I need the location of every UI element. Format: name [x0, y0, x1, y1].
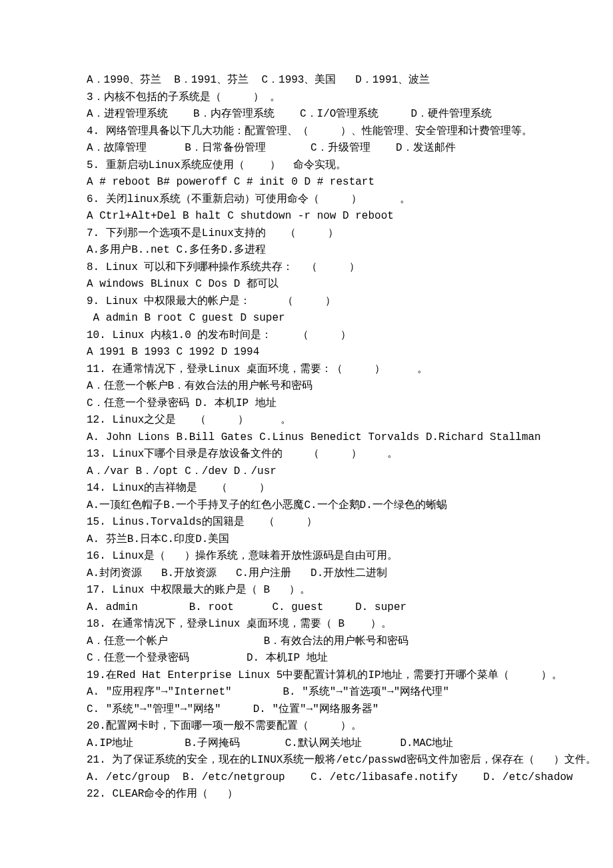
text-line: 9. Linux 中权限最大的帐户是： （ ） — [87, 293, 526, 311]
text-line: A．故障管理 B．日常备份管理 C．升级管理 D．发送邮件 — [87, 140, 526, 157]
text-line: A admin B root C guest D super — [87, 310, 526, 327]
text-line: C．任意一个登录密码 D. 本机IP 地址 — [87, 650, 526, 667]
text-line: A. John Lions B.Bill Gates C.Linus Bened… — [87, 429, 526, 447]
text-line: 21. 为了保证系统的安全，现在的LINUX系统一般将/etc/passwd密码… — [87, 752, 526, 769]
text-line: 3．内核不包括的子系统是（ ） 。 — [87, 89, 526, 107]
text-line: A．任意一个帐户B．有效合法的用户帐号和密码 — [87, 378, 526, 395]
document-body: A．1990、芬兰 B．1991、芬兰 C．1993、美国 D．1991、波兰3… — [87, 72, 526, 803]
text-line: 12. Linux之父是 （ ） 。 — [87, 412, 526, 429]
text-line: A．1990、芬兰 B．1991、芬兰 C．1993、美国 D．1991、波兰 — [87, 72, 526, 89]
text-line: 17. Linux 中权限最大的账户是（ B ）。 — [87, 582, 526, 599]
text-line: 10. Linux 内核1.0 的发布时间是： （ ） — [87, 327, 526, 345]
text-line: A. "应用程序"→"Internet" B. "系统"→"首选项"→"网络代理… — [87, 684, 526, 701]
text-line: A # reboot B# poweroff C # init 0 D # re… — [87, 174, 526, 191]
text-line: A.IP地址 B.子网掩码 C.默认网关地址 D.MAC地址 — [87, 735, 526, 753]
text-line: 5. 重新启动Linux系统应使用（ ） 命令实现。 — [87, 157, 526, 175]
text-line: C. "系统"→"管理"→"网络" D. "位置"→"网络服务器" — [87, 701, 526, 719]
text-line: 19.在Red Hat Enterprise Linux 5中要配置计算机的IP… — [87, 667, 526, 685]
text-line: 16. Linux是（ ）操作系统，意味着开放性源码是自由可用。 — [87, 548, 526, 565]
text-line: 4. 网络管理具备以下几大功能：配置管理、（ ）、性能管理、安全管理和计费管理等… — [87, 123, 526, 141]
text-line: A．进程管理系统 B．内存管理系统 C．I/O管理系统 D．硬件管理系统 — [87, 106, 526, 123]
text-line: A.多用户B..net C.多任务D.多进程 — [87, 242, 526, 259]
text-line: A. admin B. root C. guest D. super — [87, 599, 526, 617]
text-line: 14. Linux的吉祥物是 （ ） — [87, 480, 526, 497]
text-line: A. /etc/group B. /etc/netgroup C. /etc/l… — [87, 769, 526, 787]
text-line: A Ctrl+Alt+Del B halt C shutdown -r now … — [87, 208, 526, 225]
text-line: 20.配置网卡时，下面哪一项一般不需要配置（ ）。 — [87, 718, 526, 735]
text-line: A 1991 B 1993 C 1992 D 1994 — [87, 344, 526, 361]
text-line: 6. 关闭linux系统（不重新启动）可使用命令（ ） 。 — [87, 191, 526, 209]
text-line: A．任意一个帐户 B．有效合法的用户帐号和密码 — [87, 633, 526, 651]
text-line: A.一顶红色帽子B.一个手持叉子的红色小恶魔C.一个企鹅D.一个绿色的蜥蜴 — [87, 497, 526, 515]
text-line: 18. 在通常情况下，登录Linux 桌面环境，需要（ B ）。 — [87, 616, 526, 633]
text-line: 13. Linux下哪个目录是存放设备文件的 （ ） 。 — [87, 446, 526, 463]
text-line: A windows BLinux C Dos D 都可以 — [87, 276, 526, 293]
text-line: A.封闭资源 B.开放资源 C.用户注册 D.开放性二进制 — [87, 565, 526, 583]
text-line: 8. Linux 可以和下列哪种操作系统共存： （ ） — [87, 259, 526, 277]
text-line: 7. 下列那一个选项不是Linux支持的 （ ） — [87, 225, 526, 243]
text-line: C．任意一个登录密码 D. 本机IP 地址 — [87, 395, 526, 413]
text-line: 11. 在通常情况下，登录Linux 桌面环境，需要：（ ） 。 — [87, 361, 526, 379]
text-line: 22. CLEAR命令的作用（ ） — [87, 786, 526, 803]
text-line: A．/var B．/opt C．/dev D．/usr — [87, 463, 526, 481]
text-line: 15. Linus.Torvalds的国籍是 （ ） — [87, 514, 526, 531]
text-line: A. 芬兰B.日本C.印度D.美国 — [87, 531, 526, 549]
